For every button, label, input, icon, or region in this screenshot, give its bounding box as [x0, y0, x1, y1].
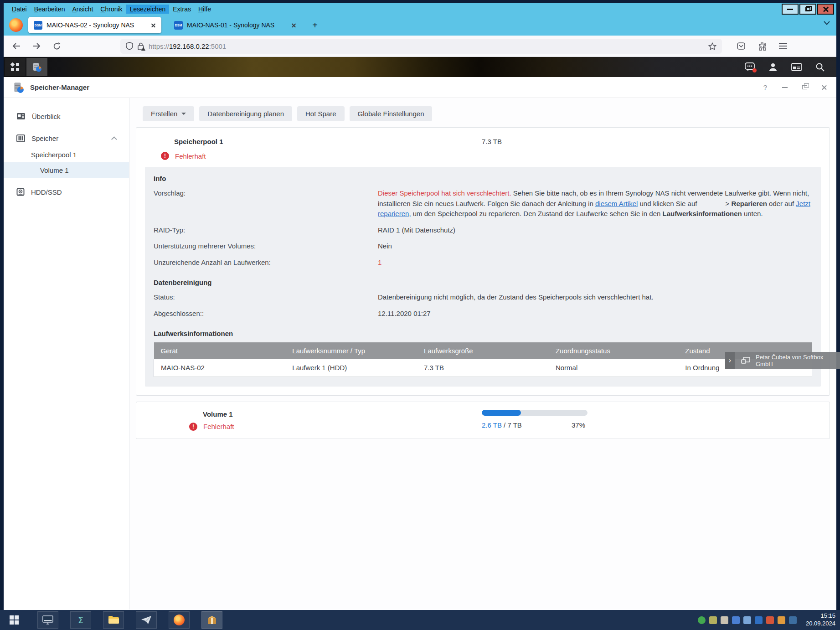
minimize-icon[interactable]: [781, 84, 788, 91]
sidebar-label: Speicherpool 1: [31, 151, 77, 159]
url-text: https://192.168.0.22:5001: [149, 42, 704, 50]
tray-icon-6[interactable]: [755, 616, 763, 624]
restore-icon[interactable]: [801, 84, 808, 91]
back-icon[interactable]: [10, 40, 23, 52]
sidebar-item-volume-1[interactable]: Volume 1: [4, 162, 129, 178]
menu-extras[interactable]: Extras: [169, 5, 195, 14]
tray-icon-3[interactable]: [721, 616, 728, 624]
menu-lesezeichen[interactable]: Lesezeichen: [126, 5, 170, 14]
minimize-icon: [787, 9, 793, 10]
menu-ansicht[interactable]: Ansicht: [68, 5, 97, 14]
datenbereinigung-planen-button[interactable]: Datenbereinigung planen: [199, 106, 292, 121]
dsm-topbar-right: [745, 62, 836, 72]
close-button[interactable]: [817, 4, 834, 15]
row-value: 1: [378, 258, 812, 268]
menu-bearbeiten[interactable]: Bearbeiten: [31, 5, 69, 14]
firefox-window: Datei Bearbeiten Ansicht Chronik Lesezei…: [4, 3, 836, 610]
url-bar[interactable]: https://192.168.0.22:5001: [120, 39, 722, 54]
close-icon[interactable]: [820, 84, 828, 91]
hot-spare-button[interactable]: Hot Spare: [297, 106, 345, 121]
suggestion-label: Vorschlag:: [154, 188, 378, 219]
chevron-up-icon[interactable]: [111, 136, 117, 142]
dropdown-caret-icon: [181, 113, 186, 115]
table-row[interactable]: MAIO-NAS-02 Laufwerk 1 (HDD) 7.3 TB Norm…: [154, 359, 812, 377]
help-icon[interactable]: ?: [762, 84, 769, 91]
sidebar-item-speicherpool-1[interactable]: Speicherpool 1: [4, 147, 129, 162]
lock-warning-icon[interactable]: [138, 42, 144, 50]
storage-manager-window: Speicher-Manager ?: [4, 77, 836, 609]
row-label: Abgeschlossen::: [154, 309, 378, 319]
tray-icon-7[interactable]: [766, 616, 774, 624]
storage-manager-titlebar[interactable]: Speicher-Manager ?: [4, 77, 836, 98]
diesem-artikel-link[interactable]: diesem Artikel: [595, 200, 638, 207]
cell-allocation: Normal: [549, 359, 678, 377]
menu-datei[interactable]: Datei: [8, 5, 31, 14]
sidebar-label: Speicher: [31, 134, 58, 142]
tab-close-icon[interactable]: [151, 23, 156, 28]
sidebar-item-hdd-ssd[interactable]: HDD/SSD: [4, 183, 129, 201]
cell-size: 7.3 TB: [417, 359, 549, 377]
start-button[interactable]: [3, 610, 26, 630]
pool-status: Fehlerhaft: [161, 152, 821, 160]
app-launcher-icon[interactable]: [5, 58, 26, 76]
tray-icon-5[interactable]: [743, 616, 751, 624]
notifications-chat-icon[interactable]: [745, 62, 755, 72]
taskbar-file-explorer-icon[interactable]: [103, 611, 124, 629]
globale-einstellungen-button[interactable]: Globale Einstellungen: [350, 106, 433, 121]
pool-info-panel: Info Vorschlag: Dieser Speicherpool hat …: [145, 167, 821, 387]
extensions-puzzle-icon[interactable]: [756, 40, 768, 52]
pool-title: Speicherpool 1: [174, 138, 223, 145]
volume-usage-bar: [482, 410, 587, 416]
overlay-expand-chevron-icon[interactable]: ›: [725, 352, 735, 369]
row-label: RAID-Typ:: [154, 225, 378, 236]
forward-icon[interactable]: [30, 40, 43, 52]
widgets-icon[interactable]: [791, 63, 802, 71]
sidebar-label: HDD/SSD: [31, 188, 62, 196]
col-laufwerksgroesse[interactable]: Laufwerksgröße: [417, 342, 549, 359]
erstellen-button[interactable]: Erstellen: [143, 106, 194, 121]
taskbar-package-app-icon[interactable]: [201, 611, 222, 629]
sidebar-item-ueberblick[interactable]: Überblick: [4, 107, 129, 125]
info-heading: Info: [154, 175, 812, 182]
row-value: Nein: [378, 241, 812, 252]
col-zuordnungsstatus[interactable]: Zuordnungsstatus: [549, 342, 678, 359]
firefox-icon: [174, 615, 185, 625]
storage-manager-taskbar-icon[interactable]: [26, 58, 47, 76]
search-icon[interactable]: [815, 62, 825, 72]
menu-chronik[interactable]: Chronik: [97, 5, 126, 14]
new-tab-button[interactable]: +: [308, 18, 322, 32]
taskbar-firefox-icon[interactable]: [169, 611, 190, 629]
tray-icon-9[interactable]: [789, 616, 797, 624]
sidebar-item-speicher[interactable]: Speicher: [4, 129, 129, 147]
bookmark-star-icon[interactable]: [708, 42, 716, 50]
restore-icon: [805, 7, 810, 11]
tab-close-icon[interactable]: [291, 23, 296, 28]
col-geraet[interactable]: Gerät: [154, 342, 286, 359]
col-laufwerksnummer[interactable]: Laufwerksnummer / Typ: [285, 342, 417, 359]
restore-button[interactable]: [799, 4, 816, 15]
row-label: Unterstützung mehrerer Volumes:: [154, 241, 378, 252]
tab-maio-nas-01[interactable]: DSM MAIO-NAS-01 - Synology NAS: [169, 17, 302, 33]
button-label: Globale Einstellungen: [358, 110, 424, 118]
shield-icon[interactable]: [126, 42, 133, 50]
volume-used[interactable]: 2.6 TB: [482, 421, 502, 429]
volume-card[interactable]: Volume 1 Fehlerhaft 2.6 TB / 7 TB: [136, 402, 830, 439]
user-icon[interactable]: [768, 62, 778, 72]
pocket-icon[interactable]: [735, 40, 747, 52]
tray-icon-2[interactable]: [709, 616, 717, 624]
menu-hilfe[interactable]: Hilfe: [195, 5, 215, 14]
reload-icon[interactable]: [50, 40, 63, 52]
taskbar-clock[interactable]: 15:15 20.09.2024: [806, 612, 835, 628]
all-tabs-chevron-icon[interactable]: [824, 21, 830, 25]
tray-icon-8[interactable]: [778, 616, 785, 624]
window-title: Speicher-Manager: [30, 83, 89, 91]
app-menu-hamburger-icon[interactable]: [777, 40, 789, 52]
tab-maio-nas-02[interactable]: DSM MAIO-NAS-02 - Synology NAS: [28, 17, 161, 33]
taskbar-desktop-app-icon[interactable]: [37, 611, 58, 629]
minimize-button[interactable]: [782, 4, 799, 15]
taskbar-paper-plane-app-icon[interactable]: [136, 611, 157, 629]
taskbar-sigma-app-icon[interactable]: Σ: [70, 611, 91, 629]
cell-number-type: Laufwerk 1 (HDD): [285, 359, 417, 377]
tray-icon-4[interactable]: [732, 616, 740, 624]
tray-icon-1[interactable]: [698, 616, 706, 624]
